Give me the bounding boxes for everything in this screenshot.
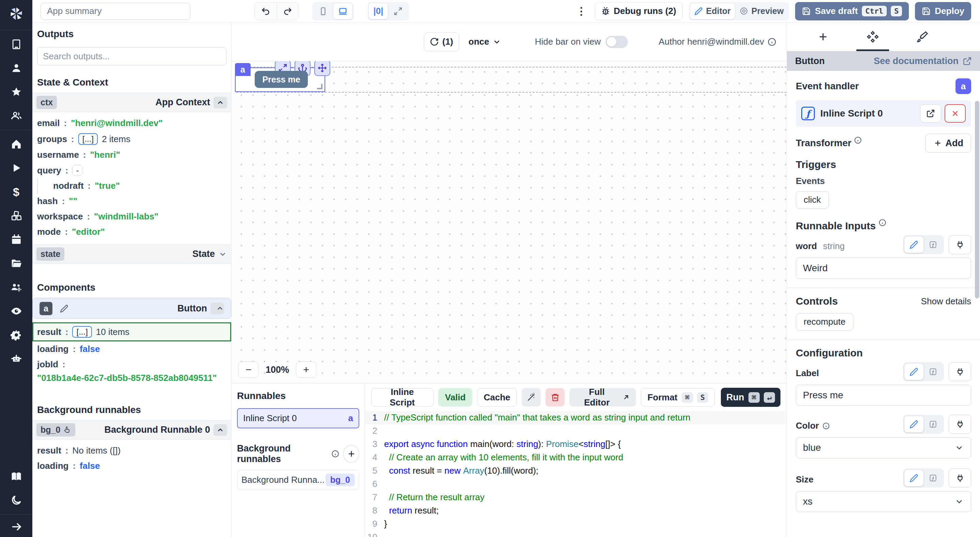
redo-button[interactable] — [277, 3, 298, 20]
info-icon[interactable] — [878, 219, 886, 226]
groups-icon[interactable] — [0, 104, 32, 128]
label-input[interactable] — [796, 385, 971, 406]
chevron-up-icon[interactable] — [213, 424, 227, 436]
folders-icon[interactable] — [0, 252, 32, 275]
dark-mode-icon[interactable] — [0, 488, 32, 512]
ctx-section-header[interactable]: ctx App Context — [32, 93, 231, 112]
refresh-button[interactable]: (1) — [424, 32, 459, 51]
resize-handle[interactable] — [317, 84, 323, 89]
chevron-down-icon[interactable] — [218, 250, 227, 259]
more-menu-button[interactable]: ⋮ — [574, 5, 589, 17]
component-a-badge[interactable]: a — [956, 78, 971, 94]
resources-icon[interactable] — [0, 204, 32, 228]
pencil-icon[interactable] — [60, 304, 68, 313]
runs-icon[interactable] — [0, 156, 32, 180]
expand-badge[interactable]: [...] — [78, 133, 98, 145]
expand-badge[interactable]: - — [72, 165, 83, 176]
home-icon[interactable] — [0, 132, 32, 156]
debug-runs-button[interactable]: Debug runs (2) — [595, 2, 682, 20]
eval-mode-button[interactable] — [923, 416, 943, 432]
size-select[interactable]: xs — [796, 491, 971, 512]
hide-bar-toggle[interactable] — [605, 36, 628, 48]
state-section-header[interactable]: state State — [32, 244, 231, 264]
tab-component-settings[interactable] — [856, 22, 889, 51]
inline-script-tab[interactable]: Inline Script — [371, 388, 433, 406]
static-mode-button[interactable] — [904, 416, 923, 432]
connect-input-button[interactable] — [949, 362, 971, 381]
info-icon[interactable] — [331, 449, 339, 458]
info-icon[interactable] — [822, 422, 830, 430]
bg0-badge[interactable]: bg_0 — [37, 423, 75, 437]
press-me-button[interactable]: Press me — [255, 71, 308, 88]
add-transformer-button[interactable]: Add — [926, 134, 971, 153]
full-editor-button[interactable]: Full Editor — [570, 388, 636, 406]
component-a-badge[interactable]: a — [40, 302, 52, 315]
format-button[interactable]: Format ⌘S — [641, 388, 715, 406]
chevron-up-icon[interactable] — [213, 97, 227, 108]
tab-styling[interactable] — [906, 22, 939, 51]
scrollbar-thumb[interactable] — [975, 101, 979, 298]
bg0-section-header[interactable]: bg_0 Background Runnable 0 — [32, 420, 231, 440]
state-badge[interactable]: state — [37, 247, 64, 261]
add-background-runnable-button[interactable] — [343, 445, 359, 463]
static-mode-button[interactable] — [904, 470, 923, 486]
static-mode-button[interactable] — [904, 363, 923, 380]
save-draft-button[interactable]: Save draft CtrlS — [795, 2, 909, 21]
desktop-view-button[interactable] — [333, 3, 352, 19]
info-icon[interactable] — [767, 37, 776, 46]
tab-insert-component[interactable] — [807, 22, 839, 51]
component-id-tag[interactable]: a — [235, 63, 251, 76]
user-icon[interactable] — [0, 56, 32, 80]
open-script-button[interactable] — [920, 104, 941, 123]
see-documentation-link[interactable]: See documentation — [874, 56, 972, 67]
inline-script-card[interactable]: ƒ Inline Script 0 — [796, 100, 971, 127]
show-details-link[interactable]: Show details — [921, 296, 971, 307]
tab-editor[interactable]: Editor — [690, 3, 735, 19]
workers-icon[interactable] — [0, 275, 32, 299]
ai-bot-icon[interactable] — [0, 347, 32, 371]
tab-preview[interactable]: Preview — [735, 3, 788, 19]
move-handle[interactable] — [314, 61, 330, 76]
variables-icon[interactable]: $ — [0, 180, 32, 204]
eval-mode-button[interactable] — [923, 236, 943, 253]
connect-input-button[interactable] — [949, 468, 971, 488]
code-editor[interactable]: 1// TypeScript function called "main" th… — [365, 411, 787, 537]
center-content-button[interactable]: |0| — [369, 3, 388, 19]
expand-badge[interactable]: [...] — [72, 326, 92, 338]
selected-button-component[interactable]: a Press me — [235, 67, 325, 92]
docs-icon[interactable] — [0, 464, 32, 488]
chevron-up-icon[interactable] — [210, 303, 224, 314]
search-outputs-input[interactable] — [37, 47, 226, 65]
runnable-item-bg0[interactable]: Background Runna... bg_0 — [237, 470, 359, 490]
eval-mode-button[interactable] — [923, 470, 943, 486]
ctx-badge[interactable]: ctx — [37, 96, 57, 109]
zoom-out-button[interactable]: − — [239, 362, 259, 378]
recompute-control[interactable]: recompute — [796, 313, 853, 330]
connect-input-button[interactable] — [949, 415, 971, 434]
static-mode-button[interactable] — [904, 236, 923, 253]
workspace-icon[interactable] — [0, 32, 32, 56]
app-canvas[interactable]: a Press me − 100% + — [232, 61, 787, 383]
windmill-logo-icon[interactable] — [9, 0, 24, 28]
run-button[interactable]: Run ⌘↵ — [721, 388, 780, 407]
connect-input-button[interactable] — [949, 235, 971, 254]
schedules-icon[interactable] — [0, 228, 32, 252]
color-select[interactable]: blue — [796, 437, 971, 458]
mobile-view-button[interactable] — [313, 3, 332, 19]
remove-script-button[interactable] — [945, 104, 966, 123]
star-icon[interactable] — [0, 80, 32, 104]
settings-icon[interactable] — [0, 323, 32, 347]
word-input[interactable] — [796, 258, 971, 279]
eval-mode-button[interactable] — [923, 363, 943, 380]
full-width-button[interactable] — [388, 3, 407, 19]
delete-script-button[interactable] — [546, 388, 565, 406]
button-component-header[interactable]: a Button — [32, 298, 231, 319]
ai-assist-button[interactable] — [522, 388, 541, 406]
deploy-button[interactable]: Deploy — [915, 2, 971, 21]
run-frequency-dropdown[interactable]: once — [469, 37, 501, 47]
undo-button[interactable] — [255, 3, 277, 20]
runnable-item-inline-script-0[interactable]: Inline Script 0 a — [237, 408, 359, 428]
zoom-in-button[interactable]: + — [296, 362, 317, 378]
collapse-sidebar-icon[interactable] — [0, 516, 32, 537]
info-icon[interactable] — [854, 136, 862, 144]
